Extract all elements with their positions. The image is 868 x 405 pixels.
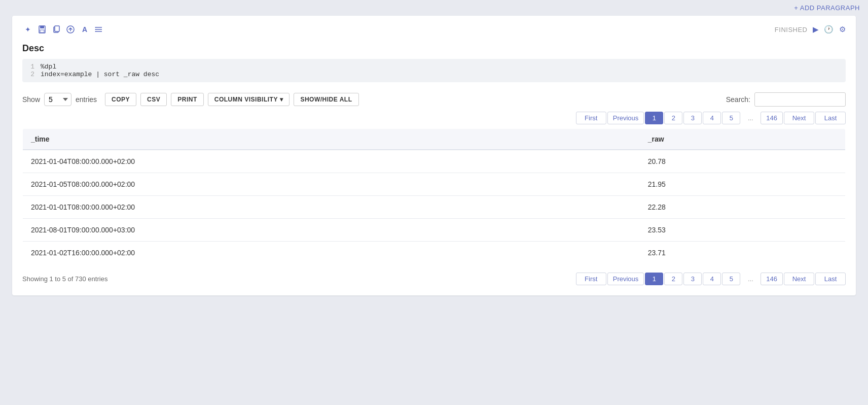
copy-file-icon[interactable] — [51, 24, 62, 35]
clock-icon[interactable]: 🕐 — [824, 25, 834, 34]
next-button-top[interactable]: Next — [784, 112, 814, 124]
chevron-down-icon: ▾ — [280, 96, 283, 103]
code-text-1: %dpl — [41, 63, 56, 71]
previous-button-bottom[interactable]: Previous — [607, 273, 644, 285]
svg-point-9 — [95, 27, 96, 28]
upload-icon[interactable] — [65, 24, 76, 35]
table-row: 2021-01-04T08:00:00.000+02:0020.78 — [23, 150, 846, 173]
csv-button[interactable]: CSV — [140, 93, 167, 106]
entries-select[interactable]: 5 10 25 50 100 — [44, 93, 71, 106]
page-1-bottom[interactable]: 1 — [645, 273, 663, 285]
cell-raw-2: 22.28 — [640, 196, 846, 219]
cell-time-2: 2021-01-01T08:00:00.000+02:00 — [23, 196, 640, 219]
ellipsis-top: ... — [741, 112, 760, 124]
cell-raw-1: 21.95 — [640, 173, 846, 196]
cell-raw-4: 23.71 — [640, 242, 846, 264]
controls-row: Show 5 10 25 50 100 entries COPY CSV PRI… — [22, 92, 846, 107]
first-button-top[interactable]: First — [576, 112, 606, 124]
save-icon[interactable] — [37, 24, 48, 35]
cell-time-4: 2021-01-02T16:00:00.000+02:00 — [23, 242, 640, 264]
ellipsis-bottom: ... — [741, 273, 760, 285]
page-5-bottom[interactable]: 5 — [722, 273, 740, 285]
page-3-top[interactable]: 3 — [683, 112, 702, 124]
table-row: 2021-08-01T09:00:00.000+03:0023.53 — [23, 219, 846, 242]
toolbar-right: FINISHED ▶ 🕐 ⚙ — [775, 25, 846, 34]
table-row: 2021-01-02T16:00:00.000+02:0023.71 — [23, 242, 846, 264]
page-5-top[interactable]: 5 — [722, 112, 740, 124]
column-header-time: _time — [23, 129, 640, 150]
add-paragraph-button[interactable]: + ADD PARAGRAPH — [794, 4, 860, 12]
page-2-bottom[interactable]: 2 — [664, 273, 682, 285]
table-row: 2021-01-01T08:00:00.000+02:0022.28 — [23, 196, 846, 219]
show-hide-all-button[interactable]: SHOW/HIDE ALL — [294, 93, 358, 106]
cell-raw-3: 23.53 — [640, 219, 846, 242]
code-line-2: 2 index=example | sort _raw desc — [28, 71, 840, 78]
svg-point-10 — [95, 29, 96, 30]
code-text-2: index=example | sort _raw desc — [41, 71, 159, 78]
first-button-bottom[interactable]: First — [576, 273, 606, 285]
svg-rect-2 — [40, 30, 44, 32]
grid-icon[interactable]: ✦ — [22, 24, 33, 35]
table-row: 2021-01-05T08:00:00.000+02:0021.95 — [23, 173, 846, 196]
page-3-bottom[interactable]: 3 — [683, 273, 702, 285]
svg-rect-1 — [40, 26, 44, 28]
column-header-raw: _raw — [640, 129, 846, 150]
code-line-1: 1 %dpl — [28, 63, 840, 71]
copy-button[interactable]: COPY — [105, 93, 136, 106]
line-num-2: 2 — [28, 71, 34, 78]
page-1-top[interactable]: 1 — [645, 112, 663, 124]
finished-label: FINISHED — [775, 26, 808, 33]
cell-raw-0: 20.78 — [640, 150, 846, 173]
cell-time-1: 2021-01-05T08:00:00.000+02:00 — [23, 173, 640, 196]
next-button-bottom[interactable]: Next — [784, 273, 814, 285]
list-icon[interactable] — [93, 24, 104, 35]
last-button-top[interactable]: Last — [815, 112, 846, 124]
table-header-row: _time _raw — [23, 129, 846, 150]
entries-label: entries — [76, 95, 97, 104]
notebook-card: ✦ A FINISHED ▶ 🕐 ⚙ Desc 1 %dp — [12, 16, 856, 295]
toolbar-left: ✦ A — [22, 24, 104, 35]
page-146-bottom[interactable]: 146 — [761, 273, 783, 285]
code-block: 1 %dpl 2 index=example | sort _raw desc — [22, 59, 846, 82]
column-visibility-button[interactable]: COLUMN VISIBILITY ▾ — [208, 93, 290, 106]
search-label: Search: — [726, 95, 750, 104]
page-4-top[interactable]: 4 — [703, 112, 721, 124]
toolbar: ✦ A FINISHED ▶ 🕐 ⚙ — [22, 24, 846, 35]
search-input[interactable] — [754, 92, 846, 107]
previous-button-top[interactable]: Previous — [607, 112, 644, 124]
svg-rect-4 — [55, 26, 59, 31]
print-button[interactable]: PRINT — [171, 93, 204, 106]
cell-time-3: 2021-08-01T09:00:00.000+03:00 — [23, 219, 640, 242]
last-button-bottom[interactable]: Last — [815, 273, 846, 285]
top-bar: + ADD PARAGRAPH — [0, 0, 868, 16]
show-label: Show — [22, 95, 40, 104]
data-table: _time _raw 2021-01-04T08:00:00.000+02:00… — [22, 128, 846, 264]
font-icon[interactable]: A — [79, 24, 90, 35]
settings-icon[interactable]: ⚙ — [839, 25, 846, 34]
showing-label: Showing 1 to 5 of 730 entries — [22, 275, 107, 283]
line-num-1: 1 — [28, 63, 34, 71]
page-2-top[interactable]: 2 — [664, 112, 682, 124]
section-title: Desc — [22, 43, 846, 54]
svg-point-11 — [95, 31, 96, 32]
bottom-info: Showing 1 to 5 of 730 entries First Prev… — [22, 273, 846, 285]
cell-time-0: 2021-01-04T08:00:00.000+02:00 — [23, 150, 640, 173]
pagination-bottom: First Previous 1 2 3 4 5 ... 146 Next La… — [576, 273, 846, 285]
run-icon[interactable]: ▶ — [813, 25, 819, 34]
search-row: Search: — [726, 92, 846, 107]
pagination-top: First Previous 1 2 3 4 5 ... 146 Next La… — [22, 112, 846, 124]
page-4-bottom[interactable]: 4 — [703, 273, 721, 285]
page-146-top[interactable]: 146 — [761, 112, 783, 124]
